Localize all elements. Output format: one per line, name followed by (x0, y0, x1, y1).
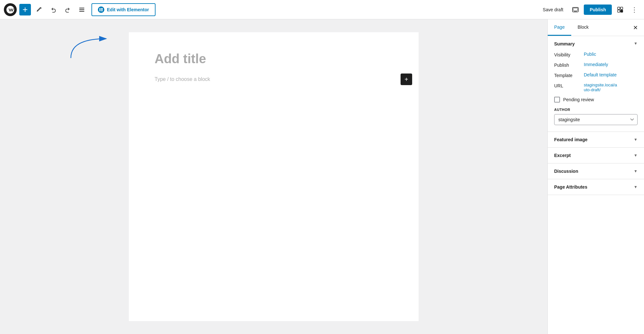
page-attributes-label: Page Attributes (554, 184, 587, 190)
svg-rect-6 (618, 7, 620, 9)
pending-review-checkbox[interactable] (554, 97, 560, 103)
add-block-inline-button[interactable]: + (401, 74, 412, 85)
tab-page[interactable]: Page (548, 19, 571, 36)
main-layout: Add title Type / to choose a block + Pag… (0, 19, 644, 334)
discussion-chevron-icon: ▼ (634, 169, 638, 173)
tab-block[interactable]: Block (571, 19, 595, 36)
block-placeholder-text[interactable]: Type / to choose a block (155, 76, 210, 82)
featured-image-header[interactable]: Featured image ▼ (548, 132, 644, 147)
settings-toggle-button[interactable] (614, 4, 626, 15)
topbar: Edit with Elementor Save draft Publish ⋮ (0, 0, 644, 19)
save-draft-button[interactable]: Save draft (539, 5, 567, 15)
url-label: URL (554, 83, 580, 88)
visibility-value[interactable]: Public (584, 52, 638, 57)
author-select[interactable]: stagingsite (554, 114, 638, 125)
redo-button[interactable] (62, 4, 73, 15)
excerpt-label: Excerpt (554, 153, 571, 158)
url-row: URL stagingsite.local/auto-draft/ (554, 83, 638, 92)
block-placeholder: Type / to choose a block + (155, 76, 393, 82)
undo-button[interactable] (48, 4, 59, 15)
svg-rect-1 (101, 8, 103, 9)
edit-with-elementor-button[interactable]: Edit with Elementor (91, 3, 156, 16)
author-section: AUTHOR stagingsite (554, 108, 638, 125)
publish-label: Publish (554, 62, 580, 68)
edit-mode-button[interactable] (33, 4, 45, 15)
sidebar-close-button[interactable]: ✕ (630, 23, 640, 33)
pending-review-label: Pending review (563, 97, 594, 102)
sidebar-header: Page Block ✕ (548, 19, 644, 36)
svg-rect-5 (573, 8, 578, 11)
pending-review-row: Pending review (554, 97, 638, 103)
summary-label: Summary (554, 41, 575, 46)
publish-value[interactable]: Immediately (584, 62, 638, 67)
excerpt-header[interactable]: Excerpt ▼ (548, 148, 644, 163)
discussion-section: Discussion ▼ (548, 163, 644, 179)
publish-button[interactable]: Publish (584, 5, 612, 15)
template-label: Template (554, 72, 580, 78)
page-attributes-chevron-icon: ▼ (634, 185, 638, 189)
sidebar: Page Block ✕ Summary ▲ Visibility Public… (547, 19, 644, 334)
url-value[interactable]: stagingsite.local/auto-draft/ (584, 83, 638, 92)
template-row: Template Default template (554, 72, 638, 78)
more-options-button[interactable]: ⋮ (629, 4, 640, 15)
publish-row: Publish Immediately (554, 62, 638, 68)
page-attributes-header[interactable]: Page Attributes ▼ (548, 179, 644, 195)
preview-button[interactable] (570, 4, 581, 15)
featured-image-section: Featured image ▼ (548, 132, 644, 148)
excerpt-section: Excerpt ▼ (548, 148, 644, 163)
arrow-annotation (64, 32, 116, 63)
visibility-row: Visibility Public (554, 52, 638, 57)
list-view-button[interactable] (76, 4, 88, 15)
excerpt-chevron-icon: ▼ (634, 153, 638, 158)
edit-elementor-label: Edit with Elementor (107, 7, 149, 12)
template-value[interactable]: Default template (584, 72, 638, 77)
svg-rect-3 (101, 11, 103, 11)
svg-rect-2 (101, 9, 103, 10)
discussion-header[interactable]: Discussion ▼ (548, 163, 644, 179)
summary-chevron-icon: ▲ (634, 42, 638, 46)
editor-area: Add title Type / to choose a block + (0, 19, 547, 334)
svg-rect-7 (620, 7, 623, 9)
add-block-toolbar-button[interactable] (19, 4, 31, 15)
summary-section-header[interactable]: Summary ▲ (548, 36, 644, 52)
featured-image-label: Featured image (554, 137, 587, 142)
svg-rect-8 (618, 10, 620, 12)
featured-image-chevron-icon: ▼ (634, 137, 638, 142)
svg-rect-0 (99, 8, 100, 11)
editor-content: Add title Type / to choose a block + (129, 32, 419, 321)
author-section-label: AUTHOR (554, 108, 638, 112)
title-placeholder[interactable]: Add title (155, 52, 393, 66)
elementor-icon (98, 6, 104, 13)
page-attributes-section: Page Attributes ▼ (548, 179, 644, 195)
summary-section: Summary ▲ Visibility Public Publish Imme… (548, 36, 644, 132)
summary-body: Visibility Public Publish Immediately Te… (548, 52, 644, 132)
visibility-label: Visibility (554, 52, 580, 57)
svg-rect-9 (620, 10, 623, 12)
wp-logo[interactable] (4, 3, 17, 16)
discussion-label: Discussion (554, 169, 578, 174)
